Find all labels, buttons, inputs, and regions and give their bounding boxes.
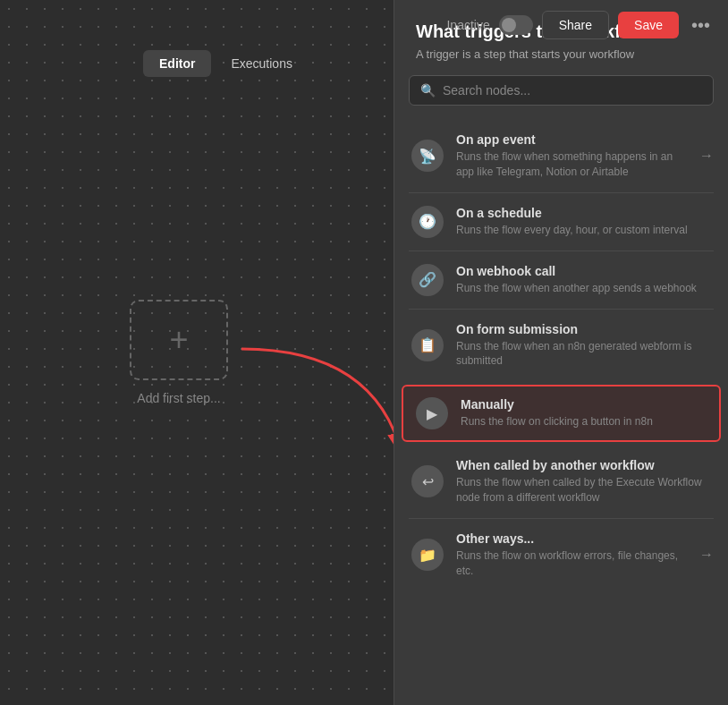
- trigger-list: 📡 On app event Runs the flow when someth…: [394, 120, 728, 590]
- item-content-form: On form submission Runs the flow when an…: [456, 322, 714, 369]
- search-box: 🔍: [409, 75, 714, 106]
- item-icon-app-event: 📡: [411, 140, 444, 172]
- item-title-manually: Manually: [461, 397, 707, 412]
- more-button[interactable]: •••: [688, 15, 714, 36]
- trigger-item-webhook[interactable]: 🔗 On webhook call Runs the flow when ano…: [394, 251, 728, 309]
- item-icon-form: 📋: [411, 329, 444, 361]
- item-content-webhook: On webhook call Runs the flow when anoth…: [456, 264, 714, 296]
- item-icon-manually: ▶: [416, 397, 448, 429]
- item-desc-schedule: Runs the flow every day, hour, or custom…: [456, 223, 714, 238]
- item-title-called-by: When called by another workflow: [456, 458, 714, 472]
- item-title-other-ways: Other ways...: [456, 531, 692, 546]
- item-content-manually: Manually Runs the flow on clicking a but…: [461, 397, 707, 429]
- item-desc-webhook: Runs the flow when another app sends a w…: [456, 281, 714, 296]
- inactive-toggle[interactable]: [499, 15, 533, 35]
- right-panel: What triggers this workflow? A trigger i…: [394, 0, 728, 705]
- item-icon-called-by: ↩: [411, 465, 444, 497]
- item-desc-app-event: Runs the flow when something happens in …: [456, 149, 692, 180]
- trigger-item-manually[interactable]: ▶ Manually Runs the flow on clicking a b…: [402, 385, 721, 442]
- item-title-schedule: On a schedule: [456, 206, 714, 220]
- item-desc-other-ways: Runs the flow on workflow errors, file c…: [456, 548, 692, 579]
- item-icon-webhook: 🔗: [411, 264, 444, 296]
- tab-editor[interactable]: Editor: [143, 50, 211, 77]
- search-icon: 🔍: [420, 83, 436, 98]
- top-bar: Inactive Share Save •••: [0, 0, 728, 50]
- trigger-item-called-by[interactable]: ↩ When called by another workflow Runs t…: [394, 446, 728, 518]
- search-input[interactable]: [443, 83, 702, 98]
- save-button[interactable]: Save: [618, 12, 679, 38]
- trigger-item-other-ways[interactable]: 📁 Other ways... Runs the flow on workflo…: [394, 519, 728, 591]
- tab-executions[interactable]: Executions: [215, 50, 308, 77]
- item-desc-form: Runs the flow when an n8n generated webf…: [456, 339, 714, 369]
- item-icon-schedule: 🕐: [411, 206, 444, 238]
- trigger-item-app-event[interactable]: 📡 On app event Runs the flow when someth…: [394, 120, 728, 192]
- item-desc-called-by: Runs the flow when called by the Execute…: [456, 475, 714, 505]
- item-desc-manually: Runs the flow on clicking a button in n8…: [461, 414, 707, 429]
- item-content-other-ways: Other ways... Runs the flow on workflow …: [456, 531, 692, 579]
- plus-icon: +: [169, 324, 188, 356]
- trigger-item-schedule[interactable]: 🕐 On a schedule Runs the flow every day,…: [394, 193, 728, 251]
- item-icon-other-ways: 📁: [411, 539, 444, 571]
- item-arrow-app-event: →: [699, 148, 714, 164]
- tab-bar: Editor Executions: [143, 50, 309, 77]
- inactive-label: Inactive: [446, 18, 489, 32]
- add-step-container: + Add first step...: [130, 300, 228, 405]
- item-content-app-event: On app event Runs the flow when somethin…: [456, 132, 692, 180]
- add-step-label: Add first step...: [137, 391, 220, 405]
- share-button[interactable]: Share: [542, 11, 609, 39]
- item-title-webhook: On webhook call: [456, 264, 714, 278]
- item-content-schedule: On a schedule Runs the flow every day, h…: [456, 206, 714, 238]
- item-title-app-event: On app event: [456, 132, 692, 147]
- add-step-button[interactable]: +: [130, 300, 228, 380]
- item-title-form: On form submission: [456, 322, 714, 336]
- trigger-item-form[interactable]: 📋 On form submission Runs the flow when …: [394, 310, 728, 382]
- item-content-called-by: When called by another workflow Runs the…: [456, 458, 714, 505]
- item-arrow-other-ways: →: [699, 547, 714, 563]
- search-container: 🔍: [394, 75, 728, 120]
